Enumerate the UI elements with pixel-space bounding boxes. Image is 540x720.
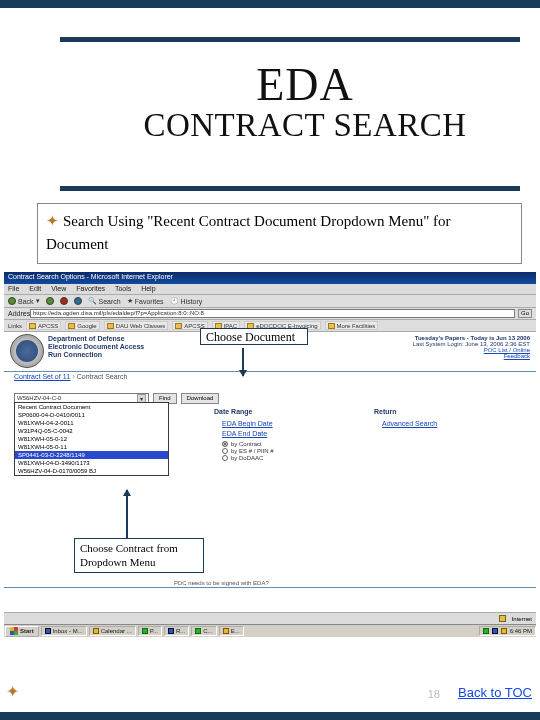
tray-icon[interactable] [492,628,498,634]
download-button[interactable]: Download [181,393,220,404]
address-label: Address [8,310,30,317]
dropdown-option-highlighted[interactable]: SP0441-03-D-2248/1149 [15,451,168,459]
dropdown-option[interactable]: W81XWH-05-0-11 [15,443,168,451]
menu-help[interactable]: Help [141,285,155,292]
taskbar-item[interactable]: Inbox - M... [41,626,87,636]
app-icon [45,628,51,634]
history-button[interactable]: 🕘History [170,297,203,305]
arrow-icon [242,348,244,376]
divider [4,587,536,588]
ie-menubar[interactable]: File Edit View Favorites Tools Help [4,284,536,295]
dropdown-option[interactable]: W81XWH-04-D-3490/1173 [15,459,168,467]
link-advanced-search[interactable]: Advanced Search [382,420,437,427]
system-tray: 6:46 PM [479,626,536,636]
back-to-toc-link[interactable]: Back to TOC [458,685,532,700]
dropdown-option[interactable]: W81XWH-04-2-0011 [15,419,168,427]
callout-choose-contract: Choose Contract from Dropdown Menu [74,538,204,573]
radio-icon [222,455,228,461]
taskbar-item[interactable]: E... [219,626,244,636]
ie-status-bar: Internet [4,612,536,624]
folder-icon [107,323,114,329]
menu-tools[interactable]: Tools [115,285,131,292]
dropdown-selected: W56HZV-04-C-0 [17,395,61,401]
tray-icon[interactable] [501,628,507,634]
radio-icon [222,448,228,454]
taskbar-item[interactable]: Calendar ... [89,626,136,636]
menu-favorites[interactable]: Favorites [76,285,105,292]
title-sub: CONTRACT SEARCH [100,107,510,144]
favorites-button[interactable]: ★Favorites [127,297,164,305]
start-button[interactable]: Start [5,626,39,637]
folder-icon [328,323,335,329]
refresh-button[interactable] [74,297,82,305]
subtitle-box: ✦Search Using "Recent Contract Document … [37,203,522,264]
forward-icon [46,297,54,305]
header-right: Tuesday's Papers - Today is Jun 13 2006 … [413,335,530,359]
windows-icon [10,627,18,635]
back-button[interactable]: Back ▾ [8,297,40,305]
go-button[interactable]: Go [518,309,532,318]
folder-icon [29,323,36,329]
back-icon [8,297,16,305]
col-return: Return [374,408,397,415]
link-item[interactable]: Google [65,321,99,330]
dropdown-option[interactable]: SP0600-04-D-0410/0011 [15,411,168,419]
radio-option[interactable]: by ES # / PIIN # [222,448,274,454]
app-icon [168,628,174,634]
tray-icon[interactable] [483,628,489,634]
stop-icon [60,297,68,305]
link-begin-date[interactable]: EDA Begin Date [222,420,273,427]
clock: 6:46 PM [510,628,532,634]
status-zone: Internet [512,616,532,622]
subtitle-text: Search Using "Recent Contract Document D… [46,213,451,252]
org-line2: Electronic Document Access [48,343,144,351]
address-input[interactable]: https://eda.ogden.disa.mil/pls/edaldep/f… [30,309,515,318]
feedback-link[interactable]: Feedback [413,353,530,359]
app-icon [93,628,99,634]
app-icon [223,628,229,634]
callout-choose-document: Choose Document [200,328,308,345]
bullet-star-icon: ✦ [46,213,59,229]
radio-option[interactable]: by DoDAAC [222,455,274,461]
pdc-note: PDC needs to be signed with EDA? [174,580,269,586]
link-item[interactable]: APCSS [26,321,61,330]
search-button[interactable]: 🔍Search [88,297,121,305]
breadcrumb: Contract Set of 11›Contract Search [14,373,127,380]
links-label: Links [8,323,22,329]
link-item[interactable]: More Facilities [325,321,379,330]
breadcrumb-home[interactable]: Contract Set of 11 [14,373,70,380]
radio-icon [222,441,228,447]
forward-button[interactable] [46,297,54,305]
lock-icon [499,615,506,622]
header-text: Department of Defense Electronic Documen… [48,335,144,359]
eda-app: Department of Defense Electronic Documen… [4,332,536,612]
dropdown-option[interactable]: W81XWH-05-0-12 [15,435,168,443]
col-date-range: Date Range [214,408,253,415]
dropdown-list[interactable]: Recent Contract Document SP0600-04-D-041… [14,402,169,476]
dropdown-option[interactable]: W31P4Q-05-C-0042 [15,427,168,435]
slide: EDA CONTRACT SEARCH ✦Search Using "Recen… [0,0,540,720]
rule-mid [60,186,520,191]
stop-button[interactable] [60,297,68,305]
taskbar-item[interactable]: P... [138,626,162,636]
embedded-screenshot: Contract Search Options - Microsoft Inte… [4,272,536,637]
title-main: EDA [100,58,510,111]
ie-toolbar: Back ▾ 🔍Search ★Favorites 🕘History [4,295,536,308]
menu-view[interactable]: View [51,285,66,292]
app-header: Department of Defense Electronic Documen… [4,332,536,372]
ie-titlebar: Contract Search Options - Microsoft Inte… [4,272,536,284]
page-number: 18 [428,688,440,700]
app-icon [142,628,148,634]
link-item[interactable]: DAU Web Classes [104,321,169,330]
arrow-icon [126,490,128,538]
dropdown-option[interactable]: Recent Contract Document [15,403,168,411]
link-end-date[interactable]: EDA End Date [222,430,267,437]
menu-file[interactable]: File [8,285,19,292]
dropdown-option[interactable]: W56HZV-04-D-0170/0059 BJ [15,467,168,475]
menu-edit[interactable]: Edit [29,285,41,292]
refresh-icon [74,297,82,305]
radio-option[interactable]: by Contract [222,441,274,447]
breadcrumb-current: Contract Search [77,373,128,380]
taskbar-item[interactable]: C... [191,626,216,636]
taskbar-item[interactable]: R... [164,626,189,636]
